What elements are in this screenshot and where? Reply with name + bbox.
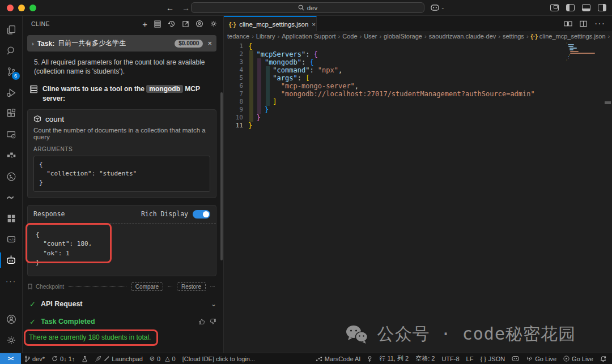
sidebar-item-source-control[interactable]: 6 [0,61,23,82]
eol[interactable]: LF [463,353,477,364]
manage-button[interactable] [0,329,23,350]
sidebar-item-wave-ext[interactable] [0,187,23,208]
sidebar-item-blocks-ext[interactable] [0,208,23,229]
breadcrumb-item[interactable]: globalStorage [384,33,422,40]
cloud-ide-login[interactable]: [Cloud IDE] click to login... [179,353,258,364]
breadcrumb-item[interactable]: User [364,33,377,40]
tab-cline-mcp-settings[interactable]: {·} cline_mcp_settings.json × [224,16,317,31]
sidebar-item-snippet-ext[interactable]: </> [0,229,23,250]
notifications-item[interactable] [597,353,612,364]
tool-name: count [45,115,64,123]
history-icon[interactable] [168,20,176,28]
minimize-window-button[interactable] [18,5,25,11]
copilot-menu[interactable]: ⌄ [431,4,445,11]
sidebar-item-extensions[interactable] [0,103,23,124]
api-request-row[interactable]: ✓ API Request ⌄ [27,300,216,309]
account-icon [6,314,17,325]
branch-name: dev* [32,356,45,362]
launchpad-item[interactable]: Launchpad [91,353,146,364]
sidebar-item-remote-explorer[interactable] [0,124,23,145]
go-live-broadcast[interactable]: Go Live [522,353,560,364]
assistant-step-text: 5. All required parameters for the count… [27,57,216,76]
problems-item[interactable]: ⊘ 0 △ 0 [146,353,179,364]
copilot-status[interactable] [508,353,522,364]
sidebar-item-run-debug[interactable] [0,82,23,103]
toggle-panel-icon[interactable] [582,4,590,11]
sidebar-item-explorer[interactable] [0,19,23,40]
code-editor[interactable]: 1{2 "mcpServers": {3 "mongodb": {4 "comm… [224,41,612,353]
additional-views-button[interactable]: ··· [0,271,23,292]
sidebar-scrollbar[interactable] [220,92,223,260]
marscode-item[interactable]: MarsCode AI [312,353,364,364]
settings-gear-icon[interactable] [210,20,218,28]
blocks-icon [6,213,17,224]
thumbs-down-icon[interactable] [210,318,216,325]
git-branch-item[interactable]: dev* [21,353,48,364]
open-changes-icon[interactable] [564,20,572,27]
beaker-item[interactable] [78,353,91,364]
breadcrumb-item[interactable]: tedance [227,33,249,40]
task-completed-label: Task Completed [41,318,95,326]
sidebar-item-cline[interactable] [0,250,23,271]
compare-button[interactable]: Compare [131,282,163,291]
back-arrow-icon[interactable]: ← [166,3,174,12]
sync-counts: 0↓ 1↑ [60,356,75,362]
breadcrumb-item[interactable]: Library [256,33,275,40]
code-line: 7 "mongodb://localhost:27017/studentMana… [224,90,612,98]
open-in-editor-icon[interactable] [182,20,189,28]
close-task-icon[interactable]: × [207,39,212,48]
mcp-servers-icon[interactable] [154,20,162,28]
go-live-play[interactable]: Go Live [560,353,597,364]
restore-button[interactable]: Restore [177,282,206,291]
minimap[interactable] [567,42,594,61]
close-tab-icon[interactable]: × [312,21,316,28]
ellipsis-icon: ··· [6,277,16,285]
maximize-window-button[interactable] [29,5,36,11]
accounts-button[interactable] [0,309,23,329]
cursor-position[interactable]: 行 11, 列 2 [376,353,412,364]
breadcrumb-item[interactable]: {·}cline_mcp_settings.json [531,33,606,40]
sync-item[interactable]: 0↓ 1↑ [48,353,78,364]
thumbs-up-icon[interactable] [198,318,205,325]
toggle-primary-sidebar-icon[interactable] [566,4,575,11]
code-line: 1{ [224,42,612,50]
remote-indicator[interactable]: >< [0,353,21,364]
warning-count: 0 [172,356,176,362]
sidebar-item-live-share[interactable] [0,166,23,187]
command-center-search[interactable]: dev [191,2,424,13]
chevron-down-icon[interactable]: ⌄ [211,300,216,308]
sidebar-item-org[interactable] [0,145,23,166]
error-count: 0 [157,356,160,362]
breadcrumb-item[interactable]: Code [342,33,357,40]
tool-card: count Count the number of documents in a… [27,109,216,198]
plug-icon [367,356,372,362]
editor-group: {·} cline_mcp_settings.json × ··· tedanc… [224,16,612,353]
breadcrumb-item[interactable]: saoudrizwan.claude-dev [429,33,496,40]
status-bar: >< dev* 0↓ 1↑ Launchpad ⊘ 0 △ 0 [Cloud I… [0,353,612,364]
breadcrumb-item[interactable]: Application Support [282,33,335,40]
breadcrumb-item[interactable]: settings [503,33,524,40]
response-code: { "count": 180, "ok": 1 } [33,227,210,270]
code-line: 5 "args": [ [224,74,612,82]
customize-layout-icon[interactable] [550,4,559,11]
language-mode[interactable]: { } JSON [477,353,508,364]
sidebar-item-search[interactable] [0,40,23,61]
arguments-label: ARGUMENTS [33,146,210,152]
indentation[interactable]: 空格: 2 [412,353,438,364]
more-actions-icon[interactable]: ··· [594,19,605,29]
split-editor-icon[interactable] [580,20,587,27]
encoding[interactable]: UTF-8 [438,353,462,364]
account-icon[interactable] [196,20,203,28]
rich-display-toggle[interactable] [193,210,210,219]
new-task-icon[interactable]: + [142,19,147,29]
plug-item[interactable] [364,353,376,364]
editor-scrollbar-mark[interactable] [605,101,611,104]
go-live-label: Go Live [535,356,556,362]
task-header[interactable]: › Task: 目前一共有多少名学生 $0.0000 × [27,35,216,52]
close-window-button[interactable] [7,5,14,11]
watermark-text: 公众号 · code秘密花园 [377,323,576,346]
cost-badge: $0.0000 [175,40,203,48]
bookmark-icon [27,284,33,290]
forward-arrow-icon[interactable]: → [182,3,190,12]
toggle-secondary-sidebar-icon[interactable] [598,4,606,11]
